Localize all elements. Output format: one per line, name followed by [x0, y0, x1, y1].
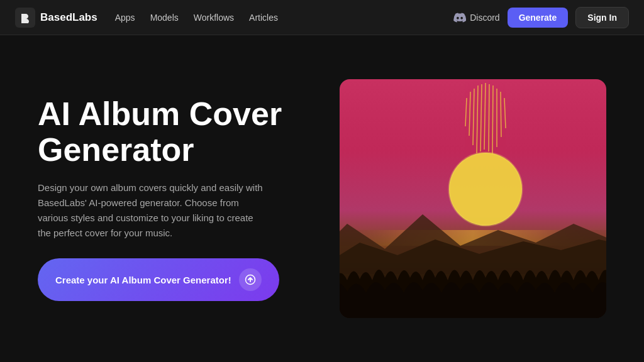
discord-icon	[453, 13, 466, 23]
nav-link-articles[interactable]: Articles	[249, 13, 278, 23]
discord-button[interactable]: Discord	[453, 13, 499, 23]
logo[interactable]: BasedLabs	[15, 8, 97, 28]
cta-button[interactable]: Create your AI Album Cover Generator!	[38, 258, 279, 301]
nav-link-workflows[interactable]: Workflows	[194, 13, 234, 23]
logo-text: BasedLabs	[40, 11, 97, 24]
discord-label: Discord	[470, 13, 499, 23]
hero-section: AI Album Cover Generator Design your own…	[0, 35, 644, 362]
hero-title: AI Album Cover Generator	[38, 96, 302, 168]
svg-line-7	[489, 84, 489, 151]
navbar: BasedLabs Apps Models Workflows Articles…	[0, 0, 644, 35]
upload-icon	[239, 268, 262, 291]
hero-content: AI Album Cover Generator Design your own…	[38, 96, 302, 301]
nav-link-apps[interactable]: Apps	[115, 13, 135, 23]
album-cover-preview	[340, 79, 606, 318]
album-cover-svg	[340, 79, 606, 318]
signin-button[interactable]: Sign In	[575, 7, 629, 28]
generate-button[interactable]: Generate	[508, 8, 569, 28]
svg-line-8	[492, 85, 493, 153]
nav-right: Discord Generate Sign In	[453, 7, 629, 28]
svg-line-12	[501, 92, 501, 137]
cta-label: Create your AI Album Cover Generator!	[55, 275, 231, 285]
logo-icon	[15, 8, 35, 28]
nav-link-models[interactable]: Models	[150, 13, 179, 23]
hero-description: Design your own album covers quickly and…	[38, 180, 264, 241]
nav-links: Apps Models Workflows Articles	[115, 13, 453, 23]
